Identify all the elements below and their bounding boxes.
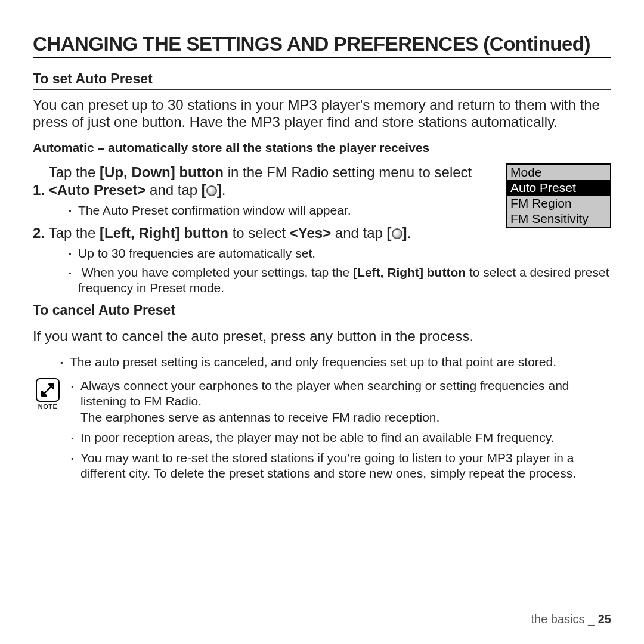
note-block: NOTE Always connect your earphones to th… bbox=[33, 378, 611, 487]
note-item-3: You may want to re-set the stored statio… bbox=[71, 450, 611, 482]
menu-item-fm-sensitivity: FM Sensitivity bbox=[507, 211, 610, 227]
page-title: CHANGING THE SETTINGS AND PREFERENCES (C… bbox=[33, 33, 611, 55]
t: [Left, Right] button bbox=[353, 265, 466, 279]
footer-section: the basics _ bbox=[531, 612, 597, 626]
t: [Left, Right] button bbox=[100, 225, 228, 241]
note-item-1: Always connect your earphones to the pla… bbox=[71, 378, 611, 425]
note-item-2: In poor reception areas, the player may … bbox=[71, 430, 611, 445]
menu-item-auto-preset: Auto Preset bbox=[507, 180, 610, 196]
automatic-line: Automatic – automatically store all the … bbox=[33, 141, 611, 155]
note-icon bbox=[36, 378, 60, 402]
cancel-sub-list: The auto preset setting is canceled, and… bbox=[33, 354, 611, 370]
t: and tap bbox=[331, 225, 386, 241]
t: Tap the bbox=[49, 225, 100, 241]
t: Tap the bbox=[49, 164, 100, 180]
steps-wrap: Mode Auto Preset FM Region FM Sensitivit… bbox=[33, 163, 611, 296]
ok-button-icon bbox=[392, 228, 402, 239]
page-footer: the basics _ 25 bbox=[531, 612, 611, 626]
intro-paragraph-1: You can preset up to 30 stations in your… bbox=[33, 96, 611, 131]
step-2-sub-2: When you have completed your settings, t… bbox=[69, 265, 611, 296]
t: to select bbox=[228, 225, 290, 241]
t: When you have completed your settings, t… bbox=[82, 265, 353, 279]
note-label: NOTE bbox=[33, 403, 63, 410]
t: and tap bbox=[145, 182, 201, 198]
cancel-sub-item: The auto preset setting is canceled, and… bbox=[60, 354, 611, 370]
step-2-sub-1: Up to 30 frequencies are automatically s… bbox=[69, 246, 611, 261]
subheading-set-auto-preset: To set Auto Preset bbox=[33, 71, 611, 87]
sub-rule-1 bbox=[33, 89, 611, 90]
note-list: Always connect your earphones to the pla… bbox=[71, 378, 611, 487]
sub-rule-2 bbox=[33, 321, 611, 321]
title-rule bbox=[33, 57, 611, 58]
menu-item-fm-region: FM Region bbox=[507, 196, 610, 211]
ok-button-icon bbox=[206, 185, 217, 196]
footer-page-number: 25 bbox=[598, 612, 611, 626]
subheading-cancel-auto-preset: To cancel Auto Preset bbox=[33, 302, 611, 318]
t: <Auto Preset> bbox=[49, 182, 146, 198]
step-2: 2. Tap the [Left, Right] button to selec… bbox=[33, 224, 611, 296]
t: [Up, Down] button bbox=[100, 164, 224, 180]
menu-item-mode: Mode bbox=[507, 165, 610, 180]
note-badge: NOTE bbox=[33, 378, 63, 410]
t: in the FM Radio setting menu to select bbox=[224, 164, 472, 180]
fm-settings-menu: Mode Auto Preset FM Region FM Sensitivit… bbox=[506, 163, 611, 228]
t: <Yes> bbox=[290, 225, 331, 241]
intro-paragraph-2: If you want to cancel the auto preset, p… bbox=[33, 327, 611, 345]
